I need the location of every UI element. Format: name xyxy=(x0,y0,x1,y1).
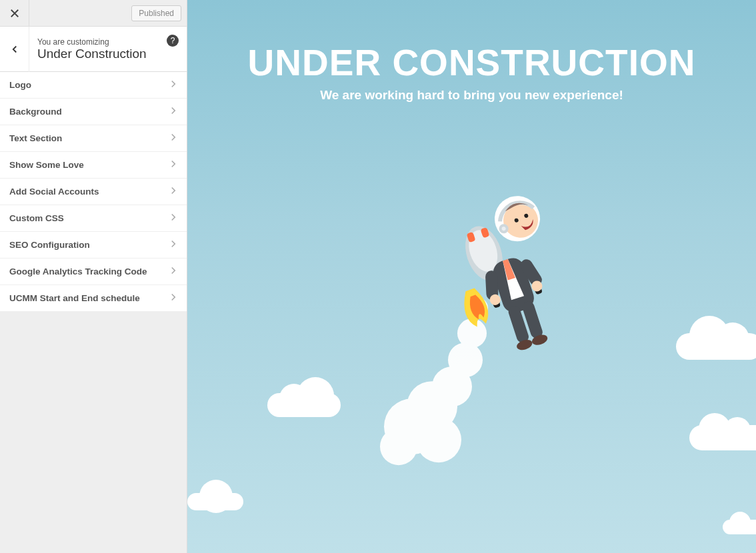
menu-item-show-some-love[interactable]: Show Some Love xyxy=(0,152,187,179)
chevron-right-icon xyxy=(169,267,177,276)
svg-point-2 xyxy=(380,428,417,465)
menu-item-label: Text Section xyxy=(9,133,62,143)
topbar: Published xyxy=(0,0,187,27)
preview-title: UNDER CONSTRUCTION xyxy=(187,41,756,84)
publish-status-button[interactable]: Published xyxy=(131,5,181,21)
cloud-decoration xyxy=(723,520,756,534)
preview-subtitle: We are working hard to bring you new exp… xyxy=(187,88,756,103)
chevron-right-icon xyxy=(169,240,177,250)
chevron-right-icon xyxy=(169,213,177,223)
customizing-label: You are customizing xyxy=(37,37,167,47)
menu-item-logo[interactable]: Logo xyxy=(0,72,187,99)
close-button[interactable] xyxy=(0,0,29,27)
menu-item-background[interactable]: Background xyxy=(0,99,187,125)
close-icon xyxy=(10,9,19,18)
cloud-decoration xyxy=(187,493,243,510)
chevron-right-icon xyxy=(169,187,177,197)
preview-pane: UNDER CONSTRUCTION We are working hard t… xyxy=(187,0,756,553)
menu-item-seo-configuration[interactable]: SEO Configuration xyxy=(0,232,187,259)
chevron-left-icon xyxy=(11,45,19,53)
menu-item-label: UCMM Start and End schedule xyxy=(9,293,140,303)
back-button[interactable] xyxy=(0,27,29,72)
preview-text: UNDER CONSTRUCTION We are working hard t… xyxy=(187,0,756,103)
cloud-decoration xyxy=(267,393,341,417)
cloud-decoration xyxy=(689,425,756,450)
customizer-sidebar: Published You are customizing Under Cons… xyxy=(0,0,187,553)
chevron-right-icon xyxy=(169,107,177,117)
menu-item-add-social-accounts[interactable]: Add Social Accounts xyxy=(0,179,187,205)
panel-title: Under Construction xyxy=(37,47,167,61)
panel-header-text: You are customizing Under Construction xyxy=(29,37,167,61)
menu-item-label: Show Some Love xyxy=(9,160,84,170)
chevron-right-icon xyxy=(169,160,177,170)
menu-item-label: Background xyxy=(9,107,62,117)
panel-header: You are customizing Under Construction ? xyxy=(0,27,187,72)
chevron-right-icon xyxy=(169,80,177,90)
menu-item-label: Add Social Accounts xyxy=(9,187,99,197)
menu-item-label: Custom CSS xyxy=(9,213,64,223)
cloud-decoration xyxy=(676,333,756,360)
menu-item-label: Google Analytics Tracking Code xyxy=(9,267,147,276)
chevron-right-icon xyxy=(169,133,177,143)
menu-item-label: SEO Configuration xyxy=(9,240,90,250)
svg-point-5 xyxy=(448,342,483,377)
menu-item-text-section[interactable]: Text Section xyxy=(0,125,187,152)
menu-item-ucmm-start-and-end-schedule[interactable]: UCMM Start and End schedule xyxy=(0,285,187,312)
help-button[interactable]: ? xyxy=(167,35,179,47)
menu-item-google-analytics-tracking-code[interactable]: Google Analytics Tracking Code xyxy=(0,259,187,285)
menu-item-custom-css[interactable]: Custom CSS xyxy=(0,205,187,232)
menu-item-label: Logo xyxy=(9,80,31,90)
settings-menu: LogoBackgroundText SectionShow Some Love… xyxy=(0,72,187,312)
chevron-right-icon xyxy=(169,293,177,303)
rocketman-illustration xyxy=(372,160,572,466)
